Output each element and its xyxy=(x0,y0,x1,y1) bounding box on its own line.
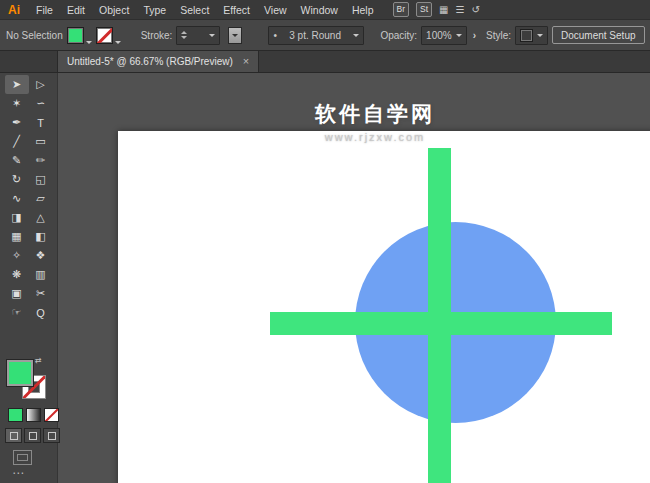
close-icon[interactable]: × xyxy=(243,56,249,67)
blend-tool[interactable]: ❖ xyxy=(29,246,53,265)
shape-builder-tool[interactable]: ◨ xyxy=(5,208,29,227)
menu-edit[interactable]: Edit xyxy=(60,4,92,16)
swap-fill-stroke-icon[interactable]: ⇄ xyxy=(35,356,42,365)
menu-type[interactable]: Type xyxy=(136,4,173,16)
menu-object[interactable]: Object xyxy=(92,4,136,16)
chevron-down-icon xyxy=(353,34,359,37)
menu-bar: Ai File Edit Object Type Select Effect V… xyxy=(0,0,650,20)
canvas-area[interactable]: 软件自学网 www.rjzxw.com xyxy=(57,72,650,483)
fill-indicator[interactable] xyxy=(7,360,33,386)
document-setup-button[interactable]: Document Setup xyxy=(552,26,645,44)
direct-selection-tool[interactable]: ▷ xyxy=(29,75,53,94)
opacity-value[interactable]: 100% xyxy=(426,30,452,41)
brush-preview-dot: • xyxy=(273,30,277,41)
fill-swatch[interactable] xyxy=(67,27,84,44)
brush-definition-value: 3 pt. Round xyxy=(289,30,341,41)
color-button[interactable] xyxy=(8,408,23,422)
rotate-tool[interactable]: ↻ xyxy=(5,170,29,189)
style-label: Style: xyxy=(486,30,511,41)
style-dropdown[interactable] xyxy=(515,26,548,45)
brush-definition-dropdown[interactable]: • 3 pt. Round xyxy=(268,26,364,45)
pencil-tool[interactable]: ✏ xyxy=(29,151,53,170)
pen-tool[interactable]: ✒ xyxy=(5,113,29,132)
lasso-tool[interactable]: ∽ xyxy=(29,94,53,113)
opacity-label: Opacity: xyxy=(380,30,417,41)
gradient-button[interactable] xyxy=(26,408,41,422)
menu-view[interactable]: View xyxy=(257,4,294,16)
perspective-grid-tool[interactable]: △ xyxy=(29,208,53,227)
draw-behind-button[interactable] xyxy=(24,428,41,443)
draw-normal-button[interactable] xyxy=(5,428,22,443)
chevron-down-icon xyxy=(209,34,215,37)
selection-tool[interactable]: ➤ xyxy=(5,75,29,94)
draw-mode-buttons xyxy=(5,428,60,443)
magic-wand-tool[interactable]: ✶ xyxy=(5,94,29,113)
type-tool[interactable]: T xyxy=(29,113,53,132)
hand-tool[interactable]: ☞ xyxy=(5,303,29,322)
document-tab[interactable]: Untitled-5* @ 66.67% (RGB/Preview) × xyxy=(57,50,259,72)
tools-grid: ➤ ▷ ✶ ∽ ✒ T ╱ ▭ ✎ ✏ ↻ ◱ ∿ ▱ ◨ △ ▦ ◧ ✧ ❖ … xyxy=(0,72,57,322)
sync-icon[interactable]: ↺ xyxy=(471,5,479,15)
style-swatch[interactable] xyxy=(520,29,533,42)
paintbrush-tool[interactable]: ✎ xyxy=(5,151,29,170)
opacity-dropdown[interactable]: 100% xyxy=(421,26,467,45)
screen-mode-button[interactable] xyxy=(13,450,32,465)
workspace-icon[interactable]: ☰ xyxy=(456,5,465,15)
selection-status: No Selection xyxy=(6,30,63,41)
menu-help[interactable]: Help xyxy=(345,4,381,16)
color-mode-buttons xyxy=(8,408,59,422)
app-logo: Ai xyxy=(0,3,29,17)
stroke-none-swatch[interactable] xyxy=(96,27,113,44)
app-bar-buttons: Br St ▦ ☰ ↺ xyxy=(393,2,480,17)
symbol-sprayer-tool[interactable]: ❋ xyxy=(5,265,29,284)
fill-stroke-indicator: ⇄ xyxy=(7,360,51,402)
green-horizontal-bar-shape[interactable] xyxy=(270,312,612,335)
width-tool[interactable]: ∿ xyxy=(5,189,29,208)
zoom-tool[interactable]: Q xyxy=(29,303,53,322)
control-bar: No Selection Stroke: • 3 pt. Round Opaci… xyxy=(0,19,650,51)
gradient-tool[interactable]: ◧ xyxy=(29,227,53,246)
rectangle-tool[interactable]: ▭ xyxy=(29,132,53,151)
scale-tool[interactable]: ◱ xyxy=(29,170,53,189)
tools-panel: ➤ ▷ ✶ ∽ ✒ T ╱ ▭ ✎ ✏ ↻ ◱ ∿ ▱ ◨ △ ▦ ◧ ✧ ❖ … xyxy=(0,72,58,483)
edit-toolbar-ellipsis-icon[interactable]: ⋯ xyxy=(12,466,26,480)
artboard-tool[interactable]: ▣ xyxy=(5,284,29,303)
document-tab-bar: Untitled-5* @ 66.67% (RGB/Preview) × xyxy=(0,49,650,73)
stroke-label: Stroke: xyxy=(141,30,173,41)
stroke-color-control[interactable] xyxy=(96,27,121,44)
document-tab-title: Untitled-5* @ 66.67% (RGB/Preview) xyxy=(67,56,233,67)
stepper-arrows-icon[interactable] xyxy=(181,31,187,39)
slice-tool[interactable]: ✂ xyxy=(29,284,53,303)
watermark-title: 软件自学网 xyxy=(225,100,525,128)
fill-color-control[interactable] xyxy=(67,27,92,44)
line-segment-tool[interactable]: ╱ xyxy=(5,132,29,151)
mesh-tool[interactable]: ▦ xyxy=(5,227,29,246)
chevron-down-icon xyxy=(456,34,462,37)
menu-window[interactable]: Window xyxy=(294,4,345,16)
menu-effect[interactable]: Effect xyxy=(216,4,257,16)
eyedropper-tool[interactable]: ✧ xyxy=(5,246,29,265)
chevron-down-icon xyxy=(232,34,238,37)
draw-inside-button[interactable] xyxy=(43,428,60,443)
stroke-weight-stepper[interactable] xyxy=(176,26,220,45)
bridge-button[interactable]: Br xyxy=(393,2,410,17)
column-graph-tool[interactable]: ▥ xyxy=(29,265,53,284)
width-profile-dropdown[interactable] xyxy=(228,27,242,44)
chevron-down-icon xyxy=(537,34,543,37)
menu-file[interactable]: File xyxy=(29,4,60,16)
none-button[interactable] xyxy=(44,408,59,422)
chevron-down-icon xyxy=(86,41,92,44)
arrange-documents-icon[interactable]: ▦ xyxy=(439,5,448,15)
chevron-right-icon[interactable]: › xyxy=(471,30,478,41)
artboard[interactable] xyxy=(118,131,650,483)
chevron-down-icon xyxy=(115,41,121,44)
free-transform-tool[interactable]: ▱ xyxy=(29,189,53,208)
menu-select[interactable]: Select xyxy=(173,4,216,16)
stock-button[interactable]: St xyxy=(416,2,432,17)
